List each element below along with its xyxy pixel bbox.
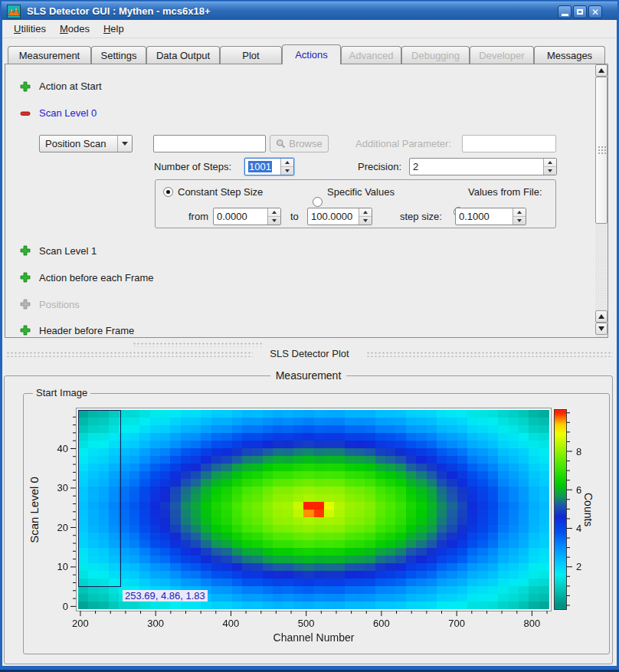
from-spinbox[interactable]: 0.0000 [213, 208, 281, 225]
central-widget: Measurement Settings Data Output Plot Ac… [2, 38, 617, 666]
svg-text:2: 2 [576, 561, 581, 572]
app-logo-icon [7, 5, 21, 18]
svg-text:40: 40 [57, 443, 68, 454]
svg-text:800: 800 [524, 618, 541, 629]
precision-arrows[interactable] [543, 159, 556, 175]
svg-text:400: 400 [223, 618, 240, 629]
zoom-selection-rect[interactable] [78, 410, 121, 587]
svg-text:500: 500 [298, 618, 315, 629]
menu-modes[interactable]: Modes [53, 21, 97, 37]
tab-plot[interactable]: Plot [220, 46, 282, 64]
num-steps-spinbox[interactable]: 1001 [244, 158, 294, 175]
scroll-down-button[interactable] [595, 323, 608, 335]
plus-icon[interactable] [19, 271, 31, 284]
scrollbar-thumb[interactable] [595, 77, 608, 224]
tab-messages[interactable]: Messages [534, 46, 605, 64]
combo-dropdown-button[interactable] [117, 136, 132, 152]
minimize-button[interactable] [558, 5, 572, 18]
menu-utilities[interactable]: Utilities [7, 21, 53, 37]
close-button[interactable]: ✕ [588, 5, 602, 18]
menu-help[interactable]: Help [97, 21, 131, 37]
plus-icon[interactable] [19, 324, 31, 336]
tab-debugging: Debugging [401, 46, 470, 64]
svg-text:700: 700 [448, 618, 465, 629]
to-value[interactable]: 100.0000 [308, 208, 359, 225]
browse-button: Browse [270, 135, 329, 152]
num-steps-label: Number of Steps: [154, 161, 231, 172]
window-title: SLS Detector GUI : Mythen - mcs6x18+ [27, 5, 211, 17]
radio-constant-step-size[interactable] [163, 187, 173, 197]
colorbar-title: Counts [582, 493, 594, 526]
svg-text:10: 10 [57, 561, 68, 572]
tab-data-output[interactable]: Data Output [146, 46, 220, 64]
radio-specific-values[interactable] [313, 197, 323, 207]
step-size-label: step size: [400, 211, 442, 222]
measurement-title: Measurement [270, 369, 347, 382]
plus-icon[interactable] [19, 80, 31, 93]
to-spinbox[interactable]: 100.0000 [307, 208, 372, 225]
action-at-start-label[interactable]: Action at Start [39, 80, 102, 92]
y-axis-title: Scan Level 0 [28, 477, 41, 543]
tab-developer: Developer [470, 46, 534, 64]
scan-mode-combobox[interactable]: Position Scan [39, 135, 133, 152]
svg-text:0: 0 [63, 601, 68, 612]
grip-dots [598, 146, 606, 156]
splitter-handle[interactable] [133, 342, 263, 347]
precision-value[interactable]: 2 [410, 159, 543, 175]
start-image-title: Start Image [33, 387, 90, 398]
radio-constant-step-size-label[interactable]: Constant Step Size [178, 186, 263, 198]
tab-actions[interactable]: Actions [282, 44, 341, 64]
minimize-icon [562, 14, 568, 16]
num-steps-value[interactable]: 1001 [248, 161, 272, 172]
svg-text:200: 200 [72, 618, 89, 629]
arrow-up-icon [598, 68, 604, 73]
plus-icon-disabled [19, 298, 31, 310]
radio-values-from-file-label[interactable]: Values from File: [468, 186, 542, 198]
additional-parameter-label: Additional Parameter: [355, 138, 451, 149]
precision-label: Precision: [358, 161, 401, 172]
tab-advanced: Advanced [341, 46, 401, 64]
action-before-frame-label[interactable]: Action before each Frame [39, 272, 154, 284]
tab-measurement[interactable]: Measurement [8, 46, 91, 64]
svg-text:8: 8 [576, 446, 581, 457]
scan-mode-selected: Position Scan [40, 138, 117, 149]
maximize-icon [577, 9, 583, 15]
svg-text:600: 600 [373, 618, 390, 629]
svg-text:6: 6 [576, 484, 581, 496]
scan-script-input[interactable] [153, 135, 266, 152]
num-steps-arrows[interactable] [280, 159, 293, 175]
minus-icon[interactable] [19, 107, 31, 120]
measurement-groupbox: Measurement Start Image Scan Level 0 253… [4, 375, 613, 664]
step-size-spinbox[interactable]: 0.1000 [455, 208, 526, 225]
scroll-up-button-2[interactable] [595, 310, 608, 323]
scroll-up-button[interactable] [595, 64, 608, 77]
vertical-scrollbar[interactable] [595, 64, 608, 337]
radio-specific-values-label[interactable]: Specific Values [327, 186, 395, 198]
browse-label: Browse [289, 138, 322, 149]
precision-spinbox[interactable]: 2 [409, 158, 557, 175]
close-icon: ✕ [591, 8, 599, 17]
y-axis-title-wrap: Scan Level 0 [25, 410, 42, 609]
scan-level-0-label[interactable]: Scan Level 0 [39, 107, 97, 119]
colorbar [554, 409, 567, 610]
tab-settings[interactable]: Settings [91, 46, 146, 64]
from-value[interactable]: 0.0000 [214, 208, 267, 225]
svg-text:4: 4 [576, 523, 581, 534]
from-label: from [188, 211, 208, 222]
colorbar-title-wrap: Counts [582, 410, 594, 609]
svg-text:20: 20 [57, 522, 68, 533]
step-options-groupbox: Constant Step Size Specific Values Value… [155, 179, 556, 228]
maximize-button[interactable] [573, 5, 587, 18]
step-size-value[interactable]: 0.1000 [456, 208, 513, 225]
additional-parameter-input [462, 135, 556, 152]
title-bar[interactable]: SLS Detector GUI : Mythen - mcs6x18+ ✕ [2, 2, 617, 20]
arrow-up-icon [598, 314, 604, 319]
header-before-frame-label[interactable]: Header before Frame [39, 325, 134, 336]
actions-tab-pane: Action at Start Scan Level 0 Position Sc… [5, 64, 608, 338]
svg-text:30: 30 [57, 482, 68, 493]
app-window: SLS Detector GUI : Mythen - mcs6x18+ ✕ U… [0, 0, 619, 672]
menu-bar: Utilities Modes Help [2, 20, 617, 38]
plus-icon[interactable] [19, 244, 31, 257]
heatmap-canvas[interactable] [78, 410, 549, 609]
scan-level-1-label[interactable]: Scan Level 1 [39, 245, 97, 257]
